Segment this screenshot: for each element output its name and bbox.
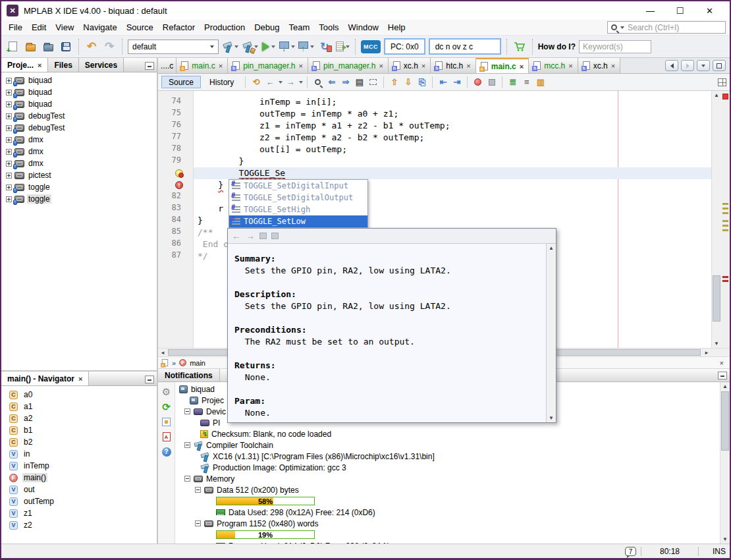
next-bookmark-icon[interactable]: ⇩ <box>402 76 414 88</box>
debug-project-button[interactable] <box>335 39 350 55</box>
expander-icon[interactable] <box>6 161 12 167</box>
embedded-store-button[interactable] <box>512 39 527 55</box>
build-button[interactable] <box>222 39 238 55</box>
run-button[interactable] <box>261 39 276 55</box>
back-icon[interactable]: ← <box>263 76 276 88</box>
clean-build-button[interactable] <box>242 39 258 55</box>
chevron-down-icon[interactable] <box>254 45 258 48</box>
navigator-item[interactable]: z1 <box>1 507 157 519</box>
close-icon[interactable]: × <box>421 63 425 69</box>
menu-view[interactable]: View <box>51 20 78 34</box>
menu-refactor[interactable]: Refactor <box>158 20 200 34</box>
shift-right-icon[interactable]: ⇥ <box>450 76 463 88</box>
completion-item-selected[interactable]: TOGGLE_SetLow <box>229 215 367 227</box>
show-doc-icon[interactable] <box>259 233 267 239</box>
find-selection-icon[interactable] <box>311 76 324 88</box>
project-row[interactable]: dmx <box>1 146 157 157</box>
warning-mark[interactable] <box>722 208 728 210</box>
scroll-tabs-right-button[interactable] <box>681 60 694 71</box>
dashboard-row[interactable]: Production Image: Optimization: gcc 3 <box>175 462 720 473</box>
expander-icon[interactable] <box>6 149 12 155</box>
expander-icon[interactable] <box>6 173 12 179</box>
dashboard-row[interactable]: Program 1152 (0x480) words <box>175 518 720 529</box>
configuration-select[interactable]: default <box>128 40 219 54</box>
previous-bookmark-icon[interactable]: ⇧ <box>388 76 400 88</box>
redo-button[interactable]: ↷ <box>102 39 117 55</box>
project-row[interactable]: toggle <box>1 181 157 193</box>
toggle-highlight-icon[interactable]: ▤ <box>353 76 366 88</box>
tab-services[interactable]: Services <box>79 58 124 72</box>
expander-icon[interactable] <box>6 90 12 96</box>
navigator-item[interactable]: b2 <box>1 436 157 448</box>
error-stripe[interactable] <box>721 91 730 348</box>
hint-bulb-icon[interactable] <box>175 169 183 177</box>
expander-icon[interactable] <box>195 520 201 526</box>
completion-item[interactable]: TOGGLE_SetDigitalOutput <box>229 192 367 204</box>
expander-icon[interactable] <box>6 184 12 190</box>
scroll-down-icon[interactable]: ▼ <box>547 414 556 422</box>
editor-tab[interactable]: xc.h× <box>389 58 431 73</box>
navigator-item[interactable]: outTemp <box>1 495 157 507</box>
mcc-button[interactable]: MCC <box>361 39 381 55</box>
scroll-up-icon[interactable]: ▲ <box>547 244 556 252</box>
find-previous-icon[interactable]: ⇐ <box>325 76 338 88</box>
project-row[interactable]: pictest <box>1 169 157 181</box>
close-icon[interactable]: × <box>379 63 383 69</box>
doc-scrollbar[interactable]: ▲ ▼ <box>546 244 556 422</box>
search-dropdown-icon[interactable] <box>620 26 624 29</box>
comment-icon[interactable]: ≣ <box>506 76 519 88</box>
editor-tab[interactable]: ....c <box>158 58 176 73</box>
doc-back-icon[interactable]: ← <box>232 231 241 241</box>
chevron-down-icon[interactable] <box>291 45 295 48</box>
stop-icon[interactable] <box>162 418 171 426</box>
help-icon[interactable]: ? <box>162 447 171 457</box>
expander-icon[interactable] <box>6 137 12 143</box>
warning-mark[interactable] <box>722 229 728 231</box>
tab-navigator[interactable]: main() - Navigator× <box>1 372 89 385</box>
expander-icon[interactable] <box>6 113 12 119</box>
tab-notifications[interactable]: Notifications <box>158 369 220 381</box>
scroll-tabs-left-button[interactable] <box>665 60 678 71</box>
dashboard-row[interactable]: Program Used: 214 (0xD6) Free: 938 (0x3A… <box>175 540 720 544</box>
expander-icon[interactable] <box>6 78 12 84</box>
chevron-down-icon[interactable] <box>234 45 238 48</box>
breakpoint-icon[interactable] <box>472 76 484 88</box>
error-stripe-top-mark[interactable] <box>722 94 728 99</box>
shift-left-icon[interactable]: ⇤ <box>437 76 449 88</box>
close-button[interactable]: ✕ <box>695 2 724 19</box>
scrollbar-thumb[interactable] <box>721 391 729 451</box>
dashboard-row[interactable]: Data 512 (0x200) bytes <box>175 484 720 495</box>
warning-mark[interactable] <box>722 225 728 227</box>
stop-macro-icon[interactable] <box>485 76 498 88</box>
minimize-panel-icon[interactable] <box>718 372 727 379</box>
source-view-button[interactable]: Source <box>161 76 201 88</box>
editor-tab[interactable]: pin_manager.h× <box>228 58 308 73</box>
gear-icon[interactable]: ⚙ <box>162 387 171 397</box>
toggle-bookmark-icon[interactable]: ⎘ <box>416 76 428 88</box>
navigator-item[interactable]: in <box>1 448 157 460</box>
warning-mark[interactable] <box>722 212 728 214</box>
project-row[interactable]: debugTest <box>1 122 157 134</box>
close-icon[interactable]: × <box>520 63 524 70</box>
undo-button[interactable]: ↶ <box>84 39 99 55</box>
project-row[interactable]: debugTest <box>1 110 157 122</box>
close-icon[interactable]: × <box>299 63 303 69</box>
new-project-button[interactable] <box>23 39 38 55</box>
minimize-button[interactable]: — <box>636 2 665 19</box>
scroll-up-icon[interactable]: ▲ <box>712 91 721 99</box>
navigator-item[interactable]: a0 <box>1 389 157 401</box>
error-mark[interactable] <box>722 276 728 278</box>
doc-forward-icon[interactable]: → <box>246 231 255 241</box>
close-icon[interactable]: × <box>219 63 223 69</box>
scroll-up-icon[interactable]: ▲ <box>720 382 730 391</box>
menu-window[interactable]: Window <box>344 20 383 34</box>
navigator-item[interactable]: a1 <box>1 401 157 412</box>
expander-icon[interactable] <box>6 101 12 107</box>
tab-files[interactable]: Files <box>48 58 78 72</box>
scroll-down-icon[interactable]: ▼ <box>720 535 730 544</box>
navigator-item[interactable]: out <box>1 484 157 495</box>
error-icon[interactable]: ! <box>175 181 183 189</box>
uncomment-icon[interactable]: ≡ <box>520 76 533 88</box>
tab-projects[interactable]: Proje...× <box>1 58 48 72</box>
chevron-down-icon[interactable] <box>310 45 314 48</box>
